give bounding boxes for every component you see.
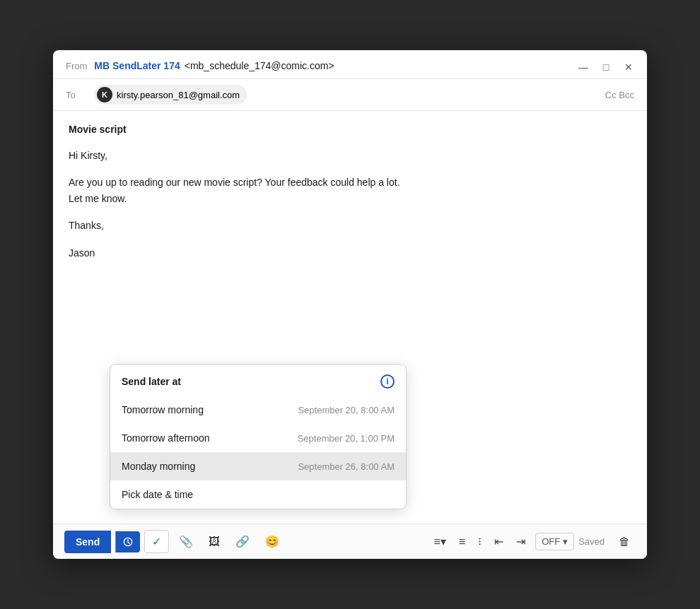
option-label-3: Pick date & time bbox=[122, 489, 193, 500]
indent-button[interactable]: ⇥ bbox=[511, 531, 531, 552]
trash-icon: 🗑 bbox=[619, 536, 630, 548]
send-later-title: Send later at bbox=[122, 376, 181, 387]
align-icon: ≡▾ bbox=[433, 535, 445, 548]
outdent-icon: ⇤ bbox=[494, 535, 503, 548]
option-pick-date[interactable]: Pick date & time bbox=[110, 480, 406, 509]
close-button[interactable]: ✕ bbox=[622, 60, 636, 74]
option-monday-morning[interactable]: Monday morning September 26, 8:00 AM bbox=[110, 452, 406, 480]
link-icon: 🔗 bbox=[235, 535, 250, 548]
unordered-list-button[interactable]: ⁝ bbox=[472, 531, 487, 552]
image-icon: 🖼 bbox=[209, 536, 220, 548]
ordered-list-button[interactable]: ≡ bbox=[453, 531, 471, 552]
chevron-down-icon: ▾ bbox=[563, 536, 568, 547]
email-compose-window: From MB SendLater 174 <mb_schedule_174@c… bbox=[53, 50, 647, 559]
send-button[interactable]: Send bbox=[64, 531, 111, 553]
send-label: Send bbox=[76, 536, 100, 548]
minimize-button[interactable]: — bbox=[576, 60, 590, 74]
closing: Thanks, bbox=[69, 218, 631, 233]
option-tomorrow-afternoon[interactable]: Tomorrow afternoon September 20, 1:00 PM bbox=[110, 424, 406, 452]
cc-bcc-button[interactable]: Cc Bcc bbox=[605, 90, 634, 100]
to-label: To bbox=[66, 90, 87, 100]
off-toggle[interactable]: OFF ▾ bbox=[535, 533, 574, 550]
option-label-0: Tomorrow morning bbox=[122, 404, 204, 415]
checkmark-icon: ✓ bbox=[152, 535, 161, 548]
image-button[interactable]: 🖼 bbox=[203, 531, 226, 552]
recipient-chip[interactable]: K kirsty.pearson_81@gmail.com bbox=[94, 85, 247, 105]
email-content[interactable]: Hi Kirsty, Are you up to reading our new… bbox=[69, 148, 631, 261]
emoji-button[interactable]: 😊 bbox=[259, 531, 285, 552]
toolbar: Send ✓ 📎 🖼 🔗 😊 ≡▾ bbox=[53, 524, 647, 559]
sender-email: <mb_schedule_174@comic.com> bbox=[185, 60, 334, 71]
email-body[interactable]: Movie script Hi Kirsty, Are you up to re… bbox=[53, 111, 647, 524]
outdent-button[interactable]: ⇤ bbox=[489, 531, 509, 552]
svg-line-2 bbox=[128, 542, 129, 543]
format-group: ≡▾ ≡ ⁝ ⇤ ⇥ bbox=[428, 531, 531, 552]
option-label-1: Tomorrow afternoon bbox=[122, 432, 210, 444]
clock-icon bbox=[123, 537, 133, 547]
off-label: OFF bbox=[542, 536, 560, 547]
paperclip-icon: 📎 bbox=[179, 535, 193, 548]
send-later-header: Send later at i bbox=[110, 365, 406, 396]
align-button[interactable]: ≡▾ bbox=[428, 531, 451, 552]
maximize-button[interactable]: □ bbox=[599, 60, 613, 74]
info-icon[interactable]: i bbox=[380, 374, 395, 389]
option-label-2: Monday morning bbox=[122, 461, 195, 472]
from-row: From MB SendLater 174 <mb_schedule_174@c… bbox=[53, 50, 647, 79]
recipient-email: kirsty.pearson_81@gmail.com bbox=[117, 90, 240, 100]
link-button[interactable]: 🔗 bbox=[230, 531, 255, 552]
signature: Jason bbox=[69, 245, 631, 261]
saved-status: Saved bbox=[578, 536, 605, 547]
to-row: To K kirsty.pearson_81@gmail.com Cc Bcc bbox=[53, 79, 647, 111]
option-date-2: September 26, 8:00 AM bbox=[298, 461, 395, 472]
send-later-button[interactable] bbox=[115, 531, 140, 552]
delete-button[interactable]: 🗑 bbox=[613, 531, 636, 552]
body-paragraph: Are you up to reading our new movie scri… bbox=[69, 175, 631, 206]
option-date-1: September 20, 1:00 PM bbox=[298, 433, 395, 444]
option-date-0: September 20, 8:00 AM bbox=[298, 405, 395, 415]
ordered-list-icon: ≡ bbox=[459, 536, 465, 548]
greeting: Hi Kirsty, bbox=[69, 148, 631, 163]
send-later-panel: Send later at i Tomorrow morning Septemb… bbox=[110, 364, 407, 509]
email-subject: Movie script bbox=[69, 124, 631, 135]
unordered-list-icon: ⁝ bbox=[478, 535, 482, 548]
emoji-icon: 😊 bbox=[265, 535, 279, 548]
window-controls: — □ ✕ bbox=[576, 60, 636, 74]
avatar: K bbox=[97, 87, 112, 102]
option-tomorrow-morning[interactable]: Tomorrow morning September 20, 8:00 AM bbox=[110, 396, 406, 424]
check-button[interactable]: ✓ bbox=[144, 530, 169, 553]
attach-button[interactable]: 📎 bbox=[173, 531, 199, 552]
from-label: From bbox=[66, 61, 87, 71]
indent-icon: ⇥ bbox=[516, 535, 525, 548]
sender-name: MB SendLater 174 bbox=[94, 60, 180, 71]
